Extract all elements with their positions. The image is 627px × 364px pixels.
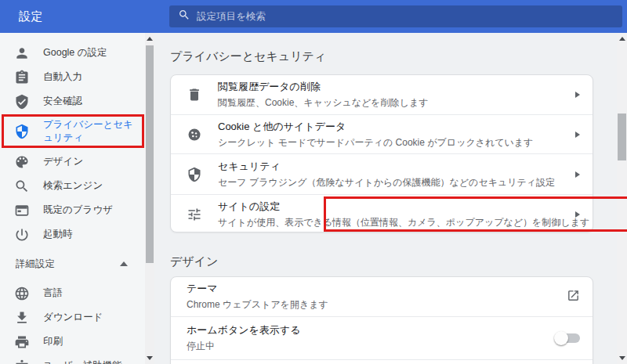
search-input[interactable]: [190, 11, 622, 22]
sidebar-item-privacy-security[interactable]: プライバシーとセキュリティ: [0, 114, 145, 150]
row-security[interactable]: セキュリティ セーフ ブラウジング（危険なサイトからの保護機能）などのセキュリテ…: [171, 153, 593, 194]
advanced-label: 詳細設定: [16, 258, 55, 271]
chevron-right-icon: [575, 171, 580, 178]
row-show-home-button[interactable]: ホームボタンを表示する 停止中: [171, 316, 593, 359]
sidebar-item-languages[interactable]: 言語: [0, 281, 145, 305]
search-engine-icon: [14, 178, 30, 194]
privacy-card: 閲覧履歴データの削除 閲覧履歴、Cookie、キャッシュなどを削除します Coo…: [170, 74, 593, 232]
row-title: ホームボタンを表示する: [187, 323, 300, 337]
globe-icon: [14, 286, 30, 301]
sidebar-item-on-startup[interactable]: 起動時: [0, 222, 145, 247]
search-icon: [178, 9, 190, 24]
scroll-down-arrow-icon[interactable]: [147, 356, 153, 360]
row-theme[interactable]: テーマ Chrome ウェブストアを開きます: [171, 277, 593, 316]
section-heading-privacy: プライバシーとセキュリティ: [170, 49, 326, 64]
sidebar-item-default-browser[interactable]: 既定のブラウザ: [0, 198, 145, 222]
printer-icon: [14, 334, 30, 350]
row-subtitle: Chrome ウェブストアを開きます: [187, 298, 328, 312]
chevron-right-icon: [575, 132, 580, 138]
row-subtitle: 停止中: [187, 340, 300, 353]
sidebar-item-label: 安全確認: [43, 95, 82, 108]
palette-icon: [14, 154, 30, 170]
appearance-card: テーマ Chrome ウェブストアを開きます ホームボタンを表示する 停止中: [170, 276, 593, 364]
row-partial-cutoff[interactable]: [171, 359, 593, 364]
external-link-icon[interactable]: [567, 289, 580, 305]
settings-content: プライバシーとセキュリティ 閲覧履歴データの削除 閲覧履歴、Cookie、キャッ…: [154, 33, 627, 364]
sidebar-item-label: 印刷: [43, 335, 63, 348]
row-title: セキュリティ: [218, 160, 555, 174]
sidebar-item-search-engine[interactable]: 検索エンジン: [0, 174, 145, 198]
sidebar-scrollbar-thumb[interactable]: [146, 45, 154, 263]
sidebar-item-label: 既定のブラウザ: [43, 204, 113, 217]
safety-check-icon: [14, 94, 30, 110]
scroll-up-arrow-icon[interactable]: [147, 37, 153, 41]
row-title: テーマ: [187, 282, 328, 296]
sidebar-item-label: 言語: [43, 287, 63, 300]
row-subtitle: 閲覧履歴、Cookie、キャッシュなどを削除します: [218, 96, 428, 110]
chevron-right-icon: [575, 92, 580, 98]
accessibility-icon: [14, 359, 30, 364]
home-button-toggle-off[interactable]: [556, 333, 580, 343]
sidebar-item-accessibility[interactable]: ユーザー補助機能: [0, 354, 145, 364]
sidebar-item-google-settings[interactable]: Google の設定: [0, 41, 145, 65]
content-scrollbar-thumb[interactable]: [618, 114, 626, 160]
settings-search-box[interactable]: [169, 5, 622, 27]
cookie-icon: [187, 127, 202, 142]
row-subtitle: サイトが使用、表示できる情報（位置情報、カメラ、ポップアップなど）を制御します: [218, 216, 575, 229]
collapse-arrow-icon: [120, 261, 128, 266]
app-header: 設定: [0, 0, 627, 33]
sidebar-item-label: デザイン: [43, 155, 83, 168]
browser-icon: [14, 203, 30, 218]
download-icon: [14, 310, 30, 326]
row-site-settings[interactable]: サイトの設定 サイトが使用、表示できる情報（位置情報、カメラ、ポップアップなど）…: [171, 194, 593, 232]
row-subtitle: セーフ ブラウジング（危険なサイトからの保護機能）などのセキュリティ設定: [218, 176, 555, 189]
chevron-right-icon: [575, 211, 580, 218]
sidebar-item-label: Google の設定: [43, 46, 107, 59]
section-heading-appearance: デザイン: [170, 254, 218, 269]
row-title: サイトの設定: [218, 200, 575, 214]
sidebar-item-label: ユーザー補助機能: [43, 359, 122, 364]
sidebar-item-label: 起動時: [43, 228, 73, 241]
shield-icon: [187, 167, 202, 182]
tune-icon: [187, 207, 202, 222]
sidebar-item-safety-check[interactable]: 安全確認: [0, 89, 145, 114]
sidebar-item-appearance[interactable]: デザイン: [0, 150, 145, 174]
page-title: 設定: [19, 0, 43, 33]
row-clear-browsing-data[interactable]: 閲覧履歴データの削除 閲覧履歴、Cookie、キャッシュなどを削除します: [171, 75, 593, 114]
sidebar-advanced-toggle[interactable]: 詳細設定: [0, 247, 145, 281]
scroll-up-arrow-icon[interactable]: [619, 37, 625, 41]
row-title: 閲覧履歴データの削除: [218, 80, 428, 94]
sidebar-item-label: 検索エンジン: [43, 179, 103, 193]
sidebar-item-autofill[interactable]: 自動入力: [0, 65, 145, 89]
sidebar-scrollbar[interactable]: [145, 33, 154, 364]
person-icon: [14, 45, 30, 61]
sidebar-item-label: ダウンロード: [43, 311, 103, 324]
sidebar-nav: Google の設定 自動入力 安全確認 プライバシーとセキュリティ デザイン: [0, 33, 145, 364]
scroll-down-arrow-icon[interactable]: [619, 356, 625, 360]
row-subtitle: シークレット モードでサードパーティの Cookie がブロックされています: [218, 136, 533, 150]
sidebar-item-downloads[interactable]: ダウンロード: [0, 305, 145, 330]
trash-icon: [187, 87, 202, 103]
power-icon: [14, 227, 30, 243]
sidebar-item-label: プライバシーとセキュリティ: [43, 118, 142, 146]
privacy-shield-icon: [14, 124, 30, 139]
autofill-icon: [14, 70, 30, 85]
content-scrollbar[interactable]: [617, 33, 627, 364]
row-cookies[interactable]: Cookie と他のサイトデータ シークレット モードでサードパーティの Coo…: [171, 114, 593, 153]
settings-sidebar: Google の設定 自動入力 安全確認 プライバシーとセキュリティ デザイン: [0, 33, 154, 364]
sidebar-item-label: 自動入力: [43, 70, 82, 84]
toggle-knob: [554, 331, 568, 345]
row-title: Cookie と他のサイトデータ: [218, 120, 533, 134]
sidebar-item-print[interactable]: 印刷: [0, 330, 145, 354]
